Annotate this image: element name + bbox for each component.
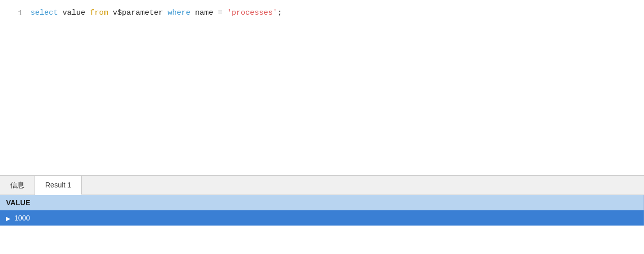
bottom-panel: 信息 Result 1 VALUE ▶ 1000	[0, 175, 644, 254]
table-header-row: VALUE	[0, 195, 644, 210]
token-semi: ;	[277, 7, 282, 19]
table-row[interactable]: ▶ 1000	[0, 210, 644, 226]
results-area: VALUE ▶ 1000	[0, 195, 644, 254]
result-table: VALUE ▶ 1000	[0, 195, 644, 226]
column-header-value: VALUE	[0, 195, 644, 210]
result1-tab-label: Result 1	[45, 181, 71, 189]
token-name: name =	[190, 7, 227, 19]
row-arrow-icon: ▶	[6, 215, 10, 222]
token-value: value	[58, 7, 90, 19]
line-number-1: 1	[0, 8, 30, 19]
tabs-bar: 信息 Result 1	[0, 176, 644, 195]
editor-area[interactable]: 1 select value from v$parameter where na…	[0, 0, 644, 175]
info-tab-label: 信息	[10, 181, 24, 190]
info-tab[interactable]: 信息	[0, 176, 35, 195]
cell-value: ▶ 1000	[0, 210, 644, 226]
code-line-1: 1 select value from v$parameter where na…	[0, 6, 644, 20]
cell-value-text: 1000	[14, 214, 30, 222]
result1-tab[interactable]: Result 1	[35, 176, 82, 195]
token-table: v$parameter	[108, 7, 168, 19]
token-string: 'processes'	[227, 7, 277, 19]
token-select: select	[30, 7, 58, 19]
token-where: where	[168, 7, 190, 19]
token-from: from	[90, 7, 108, 19]
code-content-1: select value from v$parameter where name…	[30, 7, 282, 19]
